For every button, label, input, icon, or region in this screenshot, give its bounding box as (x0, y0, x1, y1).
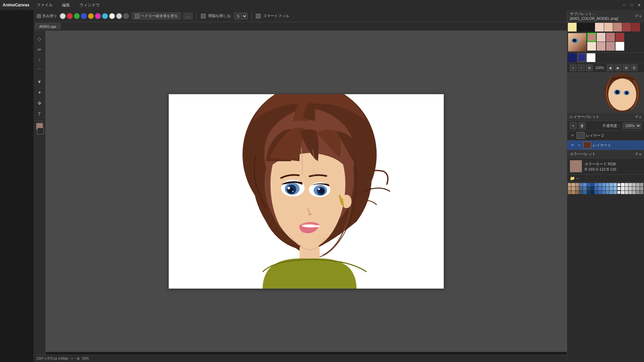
cg-32[interactable] (613, 187, 617, 190)
swatch-0[interactable] (568, 23, 577, 32)
swatch-4[interactable] (604, 23, 613, 32)
layer-menu[interactable]: ≡ (639, 115, 641, 119)
cg-31[interactable] (609, 187, 613, 190)
cg-49[interactable] (602, 191, 605, 194)
cg-8[interactable] (598, 183, 601, 186)
sub-palette-menu[interactable]: ≡ (639, 14, 641, 18)
maximize-button[interactable]: □ (629, 3, 634, 7)
preview-thumbnail-1[interactable] (568, 33, 587, 52)
swatch-b1[interactable] (587, 42, 596, 51)
palette-next-btn[interactable]: ⊞ (623, 64, 630, 71)
swatch-d1[interactable] (606, 33, 615, 42)
layer-edit-1[interactable]: ✏ (577, 142, 582, 148)
cg-39[interactable] (640, 187, 643, 190)
color-menu[interactable]: ≡ (639, 152, 641, 156)
minimize-button[interactable]: ─ (622, 3, 627, 7)
cg-57[interactable] (632, 191, 636, 194)
cg-14[interactable] (621, 183, 624, 186)
layer-eye-2[interactable]: 👁 (570, 133, 575, 138)
swatch-7[interactable] (631, 23, 640, 32)
tool-pen[interactable]: ✏ (35, 45, 44, 54)
cg-29[interactable] (602, 187, 605, 190)
cg-11[interactable] (609, 183, 613, 186)
close-value-select[interactable]: 5 3 10 (234, 13, 248, 19)
sub-palette-refresh[interactable]: ↺ (635, 14, 638, 18)
cg-36[interactable] (629, 187, 632, 190)
tool-text[interactable]: T (35, 109, 44, 119)
cg-58[interactable] (636, 191, 639, 194)
color-refresh[interactable]: ↺ (635, 152, 638, 156)
cg-37[interactable] (632, 187, 636, 190)
swatch-f1[interactable] (568, 53, 577, 62)
cg-27[interactable] (594, 187, 598, 190)
cg-43[interactable] (579, 191, 583, 194)
color-dot-9[interactable] (123, 13, 129, 19)
cg-45[interactable] (587, 191, 590, 194)
canvas[interactable] (169, 94, 444, 289)
cg-25[interactable] (587, 187, 590, 190)
cg-19[interactable] (640, 183, 643, 186)
layer-item-1[interactable]: 👁 ✏ レイヤー１ (567, 140, 644, 150)
cg-34[interactable] (621, 187, 624, 190)
opacity-select[interactable]: 100% 75% 50% (623, 123, 641, 129)
cg-18[interactable] (636, 183, 639, 186)
layer-add-btn[interactable]: + (570, 122, 577, 129)
cg-2[interactable] (576, 183, 579, 186)
cg-51[interactable] (609, 191, 613, 194)
palette-grid-btn[interactable]: ⊞ (586, 64, 593, 71)
palette-prev-btn[interactable]: ▶ (615, 64, 622, 71)
cg-23[interactable] (579, 187, 583, 190)
cg-15[interactable] (625, 183, 628, 186)
cg-21[interactable] (572, 187, 575, 190)
tool-fill[interactable]: ▼ (35, 77, 44, 86)
color-dot-7[interactable] (109, 13, 115, 19)
cg-28[interactable] (598, 187, 601, 190)
color-dot-4[interactable] (88, 13, 94, 19)
cg-1[interactable] (572, 183, 575, 186)
cg-55[interactable] (625, 191, 628, 194)
cg-33[interactable] (617, 187, 621, 190)
color-dot-2[interactable] (74, 13, 80, 19)
cg-59[interactable] (640, 191, 643, 194)
swatch-selected[interactable] (587, 33, 596, 42)
cg-0[interactable] (568, 183, 571, 186)
background-color[interactable] (37, 128, 44, 134)
cg-41[interactable] (572, 191, 575, 194)
cg-35[interactable] (625, 187, 628, 190)
cg-47[interactable] (594, 191, 598, 194)
color-folder-icon[interactable]: 📁 (570, 176, 575, 181)
color-dot-3[interactable] (81, 13, 87, 19)
cg-7[interactable] (594, 183, 598, 186)
layer-refresh[interactable]: ↺ (635, 115, 638, 119)
cg-10[interactable] (606, 183, 609, 186)
close-button[interactable]: ✕ (637, 3, 641, 7)
vector-fill-button[interactable]: ベクター線全体を塗る (132, 12, 181, 19)
cg-20[interactable] (568, 187, 571, 190)
layer-delete-btn[interactable]: 🗑 (579, 122, 585, 129)
swatch-3[interactable] (595, 23, 604, 32)
layer-eye-1[interactable]: 👁 (570, 142, 575, 148)
swatch-f3[interactable] (587, 53, 595, 62)
cg-13[interactable] (617, 183, 621, 186)
cg-4[interactable] (583, 183, 586, 186)
cg-42[interactable] (576, 191, 579, 194)
fill-checkbox[interactable]: ✓ (37, 14, 41, 18)
tool-eyedropper[interactable]: ✦ (35, 88, 44, 97)
cg-30[interactable] (606, 187, 609, 190)
cg-17[interactable] (632, 183, 636, 186)
cg-5[interactable] (587, 183, 590, 186)
color-dot-6[interactable] (102, 13, 108, 19)
menu-window[interactable]: ウィンドウ (77, 2, 102, 9)
tool-line[interactable]: / (35, 56, 44, 65)
cg-54[interactable] (621, 191, 624, 194)
swatch-d2[interactable] (606, 42, 615, 51)
menu-file[interactable]: ファイル (35, 2, 55, 9)
color-dot-5[interactable] (95, 13, 101, 19)
cg-26[interactable] (591, 187, 594, 190)
menu-edit[interactable]: 編集 (60, 2, 72, 9)
color-dot-8[interactable] (116, 13, 122, 19)
cg-12[interactable] (613, 183, 617, 186)
more-button[interactable]: ... (183, 13, 193, 19)
cg-46[interactable] (591, 191, 594, 194)
swatch-2[interactable] (586, 23, 595, 32)
